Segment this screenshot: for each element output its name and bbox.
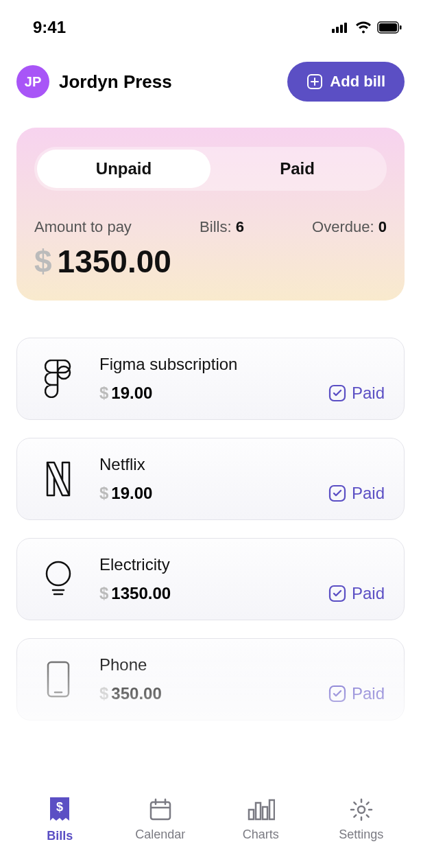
tab-label: Bills bbox=[47, 829, 73, 843]
figma-icon bbox=[36, 357, 80, 401]
bill-amount: $19.00 bbox=[99, 384, 309, 403]
add-bill-label: Add bill bbox=[330, 73, 385, 91]
bill-title: Electricity bbox=[99, 555, 309, 574]
add-bill-button[interactable]: Add bill bbox=[287, 62, 405, 102]
tab-calendar[interactable]: Calendar bbox=[119, 797, 202, 842]
plus-square-icon bbox=[306, 73, 323, 90]
summary-stats-row: Amount to pay Bills: 6 Overdue: 0 bbox=[34, 218, 387, 236]
segmented-control: Unpaid Paid bbox=[34, 147, 387, 191]
wifi-icon bbox=[355, 21, 372, 34]
svg-rect-24 bbox=[269, 800, 274, 819]
bill-status-toggle[interactable]: Paid bbox=[328, 584, 385, 603]
status-bar: 9:41 bbox=[0, 0, 421, 41]
tab-unpaid[interactable]: Unpaid bbox=[37, 150, 210, 188]
cellular-icon bbox=[332, 22, 350, 33]
calendar-icon bbox=[148, 797, 173, 822]
bill-amount: $1350.00 bbox=[99, 584, 309, 603]
status-time: 9:41 bbox=[33, 18, 66, 37]
bill-title: Netflix bbox=[99, 455, 309, 474]
svg-point-25 bbox=[358, 806, 365, 813]
summary-card: Unpaid Paid Amount to pay Bills: 6 Overd… bbox=[16, 128, 405, 301]
svg-rect-5 bbox=[379, 23, 397, 32]
user-name: Jordyn Press bbox=[59, 71, 172, 93]
bulb-icon bbox=[36, 557, 80, 601]
bills-icon: $ bbox=[47, 796, 72, 823]
checkbox-checked-icon bbox=[328, 585, 346, 602]
bill-card[interactable]: Figma subscription $19.00 Paid bbox=[16, 338, 405, 420]
currency-symbol: $ bbox=[34, 243, 52, 280]
battery-icon bbox=[377, 21, 402, 34]
bill-status-toggle[interactable]: Paid bbox=[328, 384, 385, 403]
bill-amount: $350.00 bbox=[99, 684, 309, 703]
bill-amount: $19.00 bbox=[99, 484, 309, 503]
svg-text:$: $ bbox=[56, 800, 63, 814]
checkbox-checked-icon bbox=[328, 484, 346, 502]
bill-card[interactable]: Phone $350.00 Paid bbox=[16, 638, 405, 720]
svg-rect-0 bbox=[332, 29, 335, 33]
overdue-count: Overdue: 0 bbox=[312, 218, 387, 236]
svg-rect-2 bbox=[340, 25, 343, 33]
status-label: Paid bbox=[352, 384, 385, 403]
svg-rect-1 bbox=[336, 27, 339, 33]
status-icons bbox=[332, 21, 402, 34]
svg-rect-21 bbox=[249, 810, 254, 819]
checkbox-checked-icon bbox=[328, 384, 346, 402]
bill-title: Figma subscription bbox=[99, 355, 309, 374]
amount-to-pay-value: $ 1350.00 bbox=[34, 243, 387, 280]
bill-card[interactable]: Netflix $19.00 Paid bbox=[16, 438, 405, 520]
svg-rect-17 bbox=[151, 802, 170, 819]
status-label: Paid bbox=[352, 684, 385, 703]
user-block[interactable]: JP Jordyn Press bbox=[16, 65, 172, 98]
tab-charts[interactable]: Charts bbox=[219, 797, 302, 842]
checkbox-checked-icon bbox=[328, 685, 346, 703]
netflix-icon bbox=[36, 457, 80, 501]
tab-settings[interactable]: Settings bbox=[320, 797, 402, 842]
charts-icon bbox=[246, 797, 275, 822]
app-header: JP Jordyn Press Add bill bbox=[0, 41, 421, 118]
amount-to-pay-label: Amount to pay bbox=[34, 218, 132, 236]
tab-bills[interactable]: $ Bills bbox=[19, 796, 101, 843]
bill-status-toggle[interactable]: Paid bbox=[328, 684, 385, 703]
status-label: Paid bbox=[352, 484, 385, 503]
amount-value: 1350.00 bbox=[58, 243, 171, 280]
svg-rect-3 bbox=[344, 23, 347, 33]
bottom-tabbar: $ Bills Calendar Charts Settings bbox=[0, 779, 421, 868]
bills-count: Bills: 6 bbox=[200, 218, 244, 236]
bill-card[interactable]: Electricity $1350.00 Paid bbox=[16, 538, 405, 620]
bill-title: Phone bbox=[99, 655, 309, 675]
svg-rect-6 bbox=[400, 25, 402, 30]
phone-icon bbox=[36, 657, 80, 701]
bills-list[interactable]: Figma subscription $19.00 Paid Netflix $… bbox=[0, 310, 421, 749]
status-label: Paid bbox=[352, 584, 385, 603]
tab-label: Calendar bbox=[135, 828, 185, 842]
tab-label: Settings bbox=[339, 828, 383, 842]
svg-point-11 bbox=[47, 562, 70, 585]
svg-rect-13 bbox=[48, 662, 69, 696]
svg-rect-23 bbox=[263, 807, 267, 819]
tab-label: Charts bbox=[243, 828, 279, 842]
tab-paid[interactable]: Paid bbox=[210, 150, 384, 188]
avatar: JP bbox=[16, 65, 49, 98]
svg-rect-22 bbox=[256, 803, 261, 819]
bill-status-toggle[interactable]: Paid bbox=[328, 484, 385, 503]
gear-icon bbox=[349, 797, 374, 822]
